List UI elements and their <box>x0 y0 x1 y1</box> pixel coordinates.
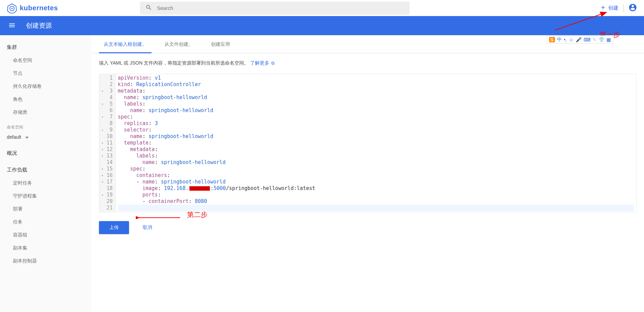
code-line[interactable]: apiVersion: v1 <box>118 75 634 81</box>
code-line[interactable]: name: springboot-helloworld <box>118 107 634 114</box>
gutter-line: 8 <box>102 120 113 127</box>
instruction-text: 填入 YAML 或 JSON 文件内容，将指定资源部署到当前所选命名空间。 了解… <box>91 53 644 71</box>
namespace-value: default <box>7 134 21 140</box>
code-line[interactable]: spec: <box>118 166 634 172</box>
gutter-line: 11▾ <box>102 140 113 146</box>
upload-button[interactable]: 上传 <box>99 221 129 234</box>
gutter-line: 10 <box>102 133 113 140</box>
gutter-line: 14 <box>102 159 113 166</box>
instruction-body: 填入 YAML 或 JSON 文件内容，将指定资源部署到当前所选命名空间。 <box>99 60 249 66</box>
gutter-line: 7▾ <box>102 114 113 120</box>
code-line[interactable]: replicas: 3 <box>118 120 634 127</box>
gutter-line: 9▾ <box>102 127 113 133</box>
ime-keyboard-icon[interactable]: ⌨ <box>584 37 590 42</box>
sidebar-item-cluster-4[interactable]: 存储类 <box>0 106 91 119</box>
plus-icon <box>600 4 606 12</box>
gutter-line: 20 <box>102 198 113 205</box>
sidebar-header-workloads[interactable]: 工作负载 <box>0 164 91 177</box>
ime-logo-icon: S <box>549 37 555 42</box>
gutter-line: 3▾ <box>102 88 113 94</box>
code-line[interactable]: - name: springboot-helloworld <box>118 179 634 185</box>
search-input[interactable] <box>157 5 404 11</box>
ime-lang-toggle[interactable]: 中 <box>557 37 562 43</box>
code-line[interactable]: kind: ReplicationController <box>118 81 634 88</box>
logo-area: kubernetes <box>7 3 140 13</box>
gutter-line: 6 <box>102 107 113 114</box>
external-link-icon: ⧉ <box>271 60 274 66</box>
cancel-button[interactable]: 取消 <box>139 222 156 233</box>
namespace-select[interactable]: default <box>0 132 91 143</box>
code-line[interactable]: metadata: <box>118 146 634 153</box>
ime-skin-icon[interactable]: 👕 <box>599 37 604 42</box>
svg-point-2 <box>11 8 13 9</box>
search-icon <box>145 4 152 12</box>
gutter-line: 17▾ <box>102 179 113 185</box>
profile-icon[interactable] <box>628 3 637 13</box>
code-line[interactable]: name: springboot-helloworld <box>118 133 634 140</box>
sidebar-item-workload-6[interactable]: 副本控制器 <box>0 255 91 268</box>
gutter-line: 15▾ <box>102 166 113 172</box>
sidebar-item-cluster-1[interactable]: 节点 <box>0 67 91 80</box>
code-line[interactable]: spec: <box>118 114 634 120</box>
code-editor[interactable]: 123▾45▾67▾89▾1011▾12▾13▾1415▾16▾17▾1819▾… <box>99 74 636 212</box>
dropdown-arrow-icon <box>25 134 29 140</box>
editor-gutter: 123▾45▾67▾89▾1011▾12▾13▾1415▾16▾17▾1819▾… <box>99 74 116 212</box>
sidebar-item-workload-3[interactable]: 任务 <box>0 216 91 229</box>
gutter-line: 4 <box>102 94 113 101</box>
title-bar: 创建资源 <box>0 16 644 35</box>
code-line[interactable]: - containerPort: 8080 <box>118 198 634 205</box>
code-line[interactable]: image: 192.168.:5000/springboot-hellowor… <box>118 185 634 192</box>
code-line[interactable]: labels: <box>118 101 634 107</box>
form-actions: 上传 取消 第二步 <box>91 212 644 248</box>
gutter-line: 16▾ <box>102 172 113 179</box>
sidebar-item-workload-1[interactable]: 守护进程集 <box>0 190 91 203</box>
main-content: 从文本输入框创建。 从文件创建。 创建应用 填入 YAML 或 JSON 文件内… <box>91 35 644 312</box>
tab-from-file[interactable]: 从文件创建。 <box>160 35 198 53</box>
sidebar-item-cluster-2[interactable]: 持久化存储卷 <box>0 80 91 93</box>
tab-text-input[interactable]: 从文本输入框创建。 <box>99 35 152 53</box>
editor-code-area[interactable]: apiVersion: v1kind: ReplicationControlle… <box>116 74 636 212</box>
gutter-line: 5▾ <box>102 101 113 107</box>
gutter-line: 18 <box>102 185 113 192</box>
gutter-line: 1 <box>102 75 113 81</box>
create-label: 创建 <box>608 5 618 11</box>
sidebar-header-cluster[interactable]: 集群 <box>0 41 91 54</box>
code-line[interactable]: name: springboot-helloworld <box>118 94 634 101</box>
code-line[interactable]: selector: <box>118 127 634 133</box>
ime-mic-icon[interactable]: 🎤 <box>576 37 582 42</box>
code-line[interactable] <box>118 205 634 211</box>
product-name: kubernetes <box>20 4 58 12</box>
gutter-line: 21 <box>102 205 113 211</box>
learn-more-link[interactable]: 了解更多 <box>250 60 269 66</box>
search-box[interactable] <box>140 2 410 15</box>
sidebar: 集群 命名空间节点持久化存储卷角色存储类 命名空间 default 概况 工作负… <box>0 35 91 312</box>
sidebar-header-overview[interactable]: 概况 <box>0 147 91 160</box>
ime-toolbar[interactable]: S 中 •, ☺ 🎤 ⌨ ✎ 👕 ▦ <box>547 36 613 44</box>
tab-create-app[interactable]: 创建应用 <box>206 35 235 53</box>
sidebar-item-cluster-0[interactable]: 命名空间 <box>0 54 91 67</box>
gutter-line: 19▾ <box>102 192 113 198</box>
code-line[interactable]: containers: <box>118 172 634 179</box>
ime-tool-icon[interactable]: ✎ <box>592 37 597 42</box>
sidebar-item-cluster-3[interactable]: 角色 <box>0 93 91 106</box>
topbar-actions: 创建 <box>600 3 637 13</box>
code-line[interactable]: labels: <box>118 153 634 159</box>
hamburger-icon[interactable] <box>8 22 16 30</box>
code-line[interactable]: name: springboot-helloworld <box>118 159 634 166</box>
code-line[interactable]: metadata: <box>118 88 634 94</box>
code-line[interactable]: template: <box>118 140 634 146</box>
create-button[interactable]: 创建 <box>600 4 618 12</box>
kubernetes-logo-icon <box>7 3 17 13</box>
body: 集群 命名空间节点持久化存储卷角色存储类 命名空间 default 概况 工作负… <box>0 35 644 312</box>
code-line[interactable]: ports: <box>118 192 634 198</box>
gutter-line: 2 <box>102 81 113 88</box>
ime-grid-icon[interactable]: ▦ <box>606 37 611 42</box>
sidebar-item-workload-5[interactable]: 副本集 <box>0 242 91 255</box>
annotation-arrow-step2 <box>136 214 184 221</box>
ime-punct-icon[interactable]: •, <box>564 37 567 42</box>
divider <box>623 4 624 12</box>
sidebar-item-workload-4[interactable]: 容器组 <box>0 229 91 242</box>
ime-emoji-icon[interactable]: ☺ <box>569 37 574 42</box>
sidebar-item-workload-0[interactable]: 定时任务 <box>0 177 91 190</box>
sidebar-item-workload-2[interactable]: 部署 <box>0 203 91 216</box>
